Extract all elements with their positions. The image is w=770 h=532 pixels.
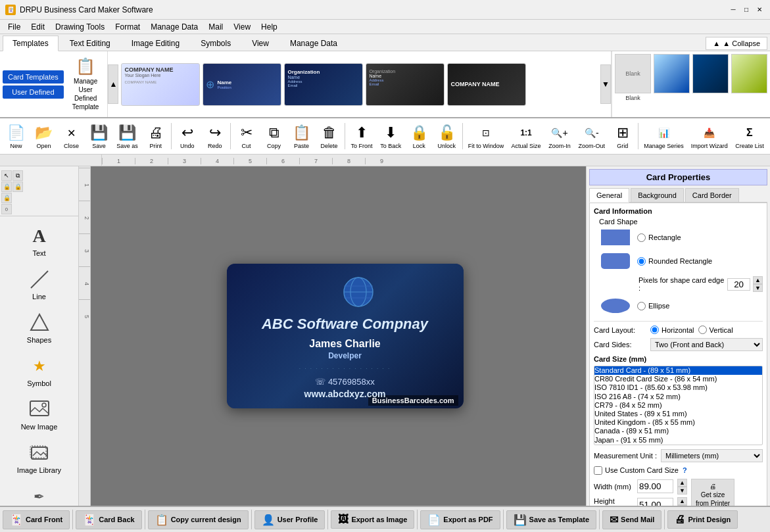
radio-rounded[interactable]: Rounded Rectangle — [637, 257, 712, 266]
tab-templates[interactable]: Templates — [3, 36, 59, 51]
tool-shapes[interactable]: Shapes — [3, 306, 76, 349]
user-defined-button[interactable]: User Defined — [3, 85, 64, 99]
unlock-button[interactable]: 🔓 Unlock — [433, 120, 460, 152]
maximize-button[interactable]: □ — [741, 5, 752, 15]
grid-button[interactable]: ⊞ Grid — [609, 120, 636, 152]
open-button[interactable]: 📂 Open — [30, 120, 57, 152]
radio-horizontal-input[interactable] — [650, 326, 659, 334]
redo-button[interactable]: ↪ Redo — [201, 120, 228, 152]
width-input[interactable] — [637, 479, 673, 493]
manage-user-defined-button[interactable]: 📋 ManageUserDefinedTemplate — [68, 54, 104, 114]
radio-ellipse-input[interactable] — [637, 302, 646, 310]
menu-file[interactable]: File — [3, 21, 26, 33]
tab-view[interactable]: View — [242, 36, 279, 51]
custom-size-checkbox[interactable] — [594, 466, 602, 475]
template-thumb-3[interactable]: Organization Name Address Email — [284, 63, 363, 106]
menu-manage-data[interactable]: Manage Data — [145, 21, 203, 33]
business-card[interactable]: ABC Software Compnay James Charlie Devel… — [227, 264, 464, 408]
scroll-up-arrow[interactable]: ▲ — [108, 64, 118, 104]
export-image-button[interactable]: 🖼 Export as Image — [331, 510, 414, 529]
tab-symbols[interactable]: Symbols — [191, 36, 241, 51]
tab-background[interactable]: Background — [631, 188, 684, 202]
zoomin-button[interactable]: 🔍+ Zoom-In — [545, 120, 574, 152]
importwizard-button[interactable]: 📥 Import Wizard — [688, 120, 731, 152]
rt-thumb-4[interactable] — [731, 54, 767, 93]
tofront-button[interactable]: ⬆ To Front — [347, 120, 376, 152]
scroll-down-arrow[interactable]: ▼ — [600, 64, 611, 104]
tab-image-editing[interactable]: Image Editing — [122, 36, 189, 51]
createlist-button[interactable]: Σ Create List — [732, 120, 767, 152]
mini-lock3-icon[interactable]: 🔒 — [1, 193, 12, 203]
tab-general[interactable]: General — [589, 188, 629, 203]
tool-line[interactable]: Line — [3, 263, 76, 305]
cut-button[interactable]: ✂ Cut — [233, 120, 260, 152]
radio-vertical[interactable]: Vertical — [698, 326, 733, 334]
sides-select[interactable]: Two (Front and Back) One (Front Only) — [650, 338, 763, 351]
close-button[interactable]: ✕ — [754, 5, 765, 15]
mini-lock-icon[interactable]: 🔒 — [1, 181, 12, 192]
template-thumb-4[interactable]: Organization Name Address Email — [366, 63, 445, 106]
radio-rectangle-input[interactable] — [637, 233, 646, 242]
copy-current-button[interactable]: 📋 Copy current design — [148, 510, 249, 529]
tool-image-library[interactable]: Image Library — [3, 437, 76, 479]
measurement-select[interactable]: Millimeters (mm) Inches (in) Pixels (px) — [661, 449, 763, 462]
tab-text-editing[interactable]: Text Editing — [60, 36, 120, 51]
save-button[interactable]: 💾 Save — [85, 120, 112, 152]
get-size-from-printer-button[interactable]: 🖨 Get sizefrom Printer — [691, 479, 734, 506]
tool-text[interactable]: A Text — [3, 220, 76, 262]
toback-button[interactable]: ⬇ To Back — [377, 120, 405, 152]
menu-edit[interactable]: Edit — [26, 21, 50, 33]
menu-mail[interactable]: Mail — [203, 21, 228, 33]
rt-thumb-3[interactable] — [692, 54, 729, 93]
mini-lock2-icon[interactable]: 🔒 — [12, 181, 23, 192]
tool-symbol[interactable]: ★ Symbol — [3, 350, 76, 392]
template-thumb-2[interactable]: ⊕ Name Position — [203, 63, 281, 106]
blank-template-thumb[interactable]: Blank — [615, 54, 651, 93]
manageseries-button[interactable]: 📊 Manage Series — [640, 120, 686, 152]
user-profile-button[interactable]: 👤 User Profile — [254, 510, 325, 529]
pixels-down-button[interactable]: ▼ — [753, 284, 763, 292]
radio-horizontal[interactable]: Horizontal — [650, 326, 694, 334]
copy-button[interactable]: ⧉ Copy — [260, 120, 287, 152]
export-pdf-button[interactable]: 📄 Export as PDF — [420, 510, 500, 529]
radio-vertical-input[interactable] — [698, 326, 707, 334]
card-front-button[interactable]: 🃏 Card Front — [3, 510, 70, 529]
template-thumb-5[interactable]: COMPANY NAME — [447, 63, 526, 106]
card-size-select[interactable]: Standard Card - (89 x 51 mm) CR80 Credit… — [594, 366, 763, 445]
print-design-button[interactable]: 🖨 Print Design — [667, 510, 738, 529]
width-up-button[interactable]: ▲ — [677, 479, 687, 487]
new-button[interactable]: 📄 New — [3, 120, 30, 152]
menu-format[interactable]: Format — [110, 21, 145, 33]
close-toolbar-button[interactable]: ✕ Close — [58, 120, 85, 152]
width-down-button[interactable]: ▼ — [677, 487, 687, 495]
saveas-button[interactable]: 💾 Save as — [113, 120, 141, 152]
mini-rotate-icon[interactable]: ○ — [1, 204, 12, 214]
pixels-up-button[interactable]: ▲ — [753, 276, 763, 284]
radio-ellipse[interactable]: Ellipse — [637, 302, 669, 310]
collapse-button[interactable]: ▲ ▲ Collapse — [706, 37, 767, 50]
pixels-input[interactable] — [727, 278, 750, 291]
minimize-button[interactable]: ─ — [728, 5, 738, 15]
tab-manage-data[interactable]: Manage Data — [280, 36, 347, 51]
menu-view[interactable]: View — [228, 21, 256, 33]
send-mail-button[interactable]: ✉ Send Mail — [602, 510, 662, 529]
zoomout-button[interactable]: 🔍- Zoom-Out — [575, 120, 608, 152]
fitwindow-button[interactable]: ⊡ Fit to Window — [465, 120, 508, 152]
lock-button[interactable]: 🔒 Lock — [406, 120, 433, 152]
height-up-button[interactable]: ▲ — [677, 497, 687, 505]
mini-copy-icon[interactable]: ⧉ — [12, 170, 23, 181]
menu-drawing-tools[interactable]: Drawing Tools — [50, 21, 110, 33]
tab-card-border[interactable]: Card Border — [685, 188, 739, 202]
actualsize-button[interactable]: 1:1 Actual Size — [508, 120, 544, 152]
menu-help[interactable]: Help — [256, 21, 283, 33]
paste-button[interactable]: 📋 Paste — [288, 120, 315, 152]
card-back-button[interactable]: 🃏 Card Back — [76, 510, 141, 529]
save-template-button[interactable]: 💾 Save as Template — [506, 510, 597, 529]
card-templates-button[interactable]: Card Templates — [3, 70, 64, 84]
canvas-background[interactable]: ABC Software Compnay James Charlie Devel… — [91, 166, 586, 506]
mini-select-icon[interactable]: ↖ — [1, 170, 12, 181]
rt-thumb-2[interactable] — [654, 54, 690, 93]
radio-rounded-input[interactable] — [637, 257, 646, 266]
delete-button[interactable]: 🗑 Delete — [316, 120, 343, 152]
tool-signature[interactable]: ✒ Signature — [3, 480, 76, 506]
